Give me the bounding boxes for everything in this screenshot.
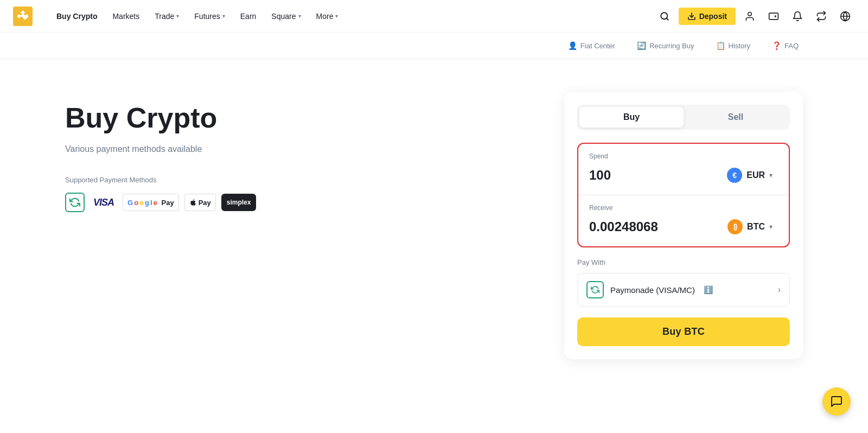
navbar: Buy Crypto Markets Trade ▾ Futures ▾ Ear… bbox=[0, 0, 868, 33]
receive-row: Receive 0.00248068 ₿ BTC ▾ bbox=[578, 195, 789, 246]
trade-chevron: ▾ bbox=[176, 13, 179, 19]
nav-markets[interactable]: Markets bbox=[106, 8, 146, 25]
spend-label: Spend bbox=[589, 152, 778, 160]
buy-widget: Buy Sell Spend € EUR ▾ Receive bbox=[564, 92, 803, 359]
payment-methods-label: Supported Payment Methods bbox=[65, 176, 521, 184]
eur-label: EUR bbox=[746, 170, 765, 180]
deposit-button[interactable]: Deposit bbox=[679, 8, 736, 25]
nav-buy-crypto[interactable]: Buy Crypto bbox=[50, 8, 104, 25]
payment-icons: VISA Google Pay Pay simplex bbox=[65, 193, 521, 212]
tab-buy[interactable]: Buy bbox=[579, 107, 684, 128]
page-title: Buy Crypto bbox=[65, 103, 521, 133]
nav-square[interactable]: Square ▾ bbox=[265, 8, 307, 25]
eur-icon: € bbox=[727, 168, 742, 183]
profile-button[interactable] bbox=[740, 7, 760, 26]
sub-nav: 👤 Fiat Center 🔄 Recurring Buy 📋 History … bbox=[0, 33, 868, 59]
more-chevron: ▾ bbox=[335, 13, 338, 19]
spend-input-row: € EUR ▾ bbox=[589, 164, 778, 186]
visa-payment-icon: VISA bbox=[90, 194, 117, 211]
sub-nav-history[interactable]: 📋 History bbox=[712, 39, 755, 52]
receive-amount: 0.00248068 bbox=[589, 219, 658, 234]
svg-point-4 bbox=[748, 12, 752, 16]
tab-sell[interactable]: Sell bbox=[684, 107, 788, 128]
spend-row: Spend € EUR ▾ bbox=[578, 144, 789, 195]
receive-input-row: 0.00248068 ₿ BTC ▾ bbox=[589, 216, 778, 238]
nav-futures[interactable]: Futures ▾ bbox=[188, 8, 231, 25]
faq-icon: ❓ bbox=[772, 41, 781, 50]
left-side: Buy Crypto Various payment methods avail… bbox=[65, 92, 521, 212]
nav-earn[interactable]: Earn bbox=[234, 8, 263, 25]
nav-more[interactable]: More ▾ bbox=[310, 8, 345, 25]
nav-trade[interactable]: Trade ▾ bbox=[148, 8, 186, 25]
transfer-button[interactable] bbox=[812, 7, 831, 26]
notifications-button[interactable] bbox=[788, 7, 807, 26]
main-content: Buy Crypto Various payment methods avail… bbox=[0, 59, 868, 433]
pay-with-icon bbox=[586, 281, 604, 298]
btc-label: BTC bbox=[747, 222, 765, 232]
svg-line-2 bbox=[666, 18, 668, 20]
recurring-buy-icon: 🔄 bbox=[637, 41, 646, 50]
page-subtitle: Various payment methods available bbox=[65, 144, 521, 154]
language-button[interactable] bbox=[835, 7, 855, 26]
history-icon: 📋 bbox=[716, 41, 725, 50]
logo[interactable] bbox=[13, 7, 33, 26]
simplex-payment-icon: simplex bbox=[221, 194, 257, 211]
btc-caret: ▾ bbox=[769, 223, 773, 231]
btc-selector[interactable]: ₿ BTC ▾ bbox=[722, 216, 778, 238]
widget-tabs: Buy Sell bbox=[577, 105, 790, 130]
fiat-center-icon: 👤 bbox=[568, 41, 577, 50]
spend-amount-input[interactable] bbox=[589, 168, 698, 183]
pay-with-row[interactable]: Paymonade (VISA/MC) ℹ️ › bbox=[577, 273, 790, 307]
currency-box: Spend € EUR ▾ Receive 0.00248068 ₿ bbox=[577, 143, 790, 247]
buy-button[interactable]: Buy BTC bbox=[577, 317, 790, 346]
chat-fab[interactable] bbox=[822, 387, 851, 416]
eur-selector[interactable]: € EUR ▾ bbox=[722, 164, 778, 186]
svg-rect-5 bbox=[769, 13, 778, 20]
wallet-button[interactable] bbox=[764, 7, 783, 26]
gpay-payment-icon: Google Pay bbox=[123, 194, 179, 211]
applepay-payment-icon: Pay bbox=[184, 194, 216, 211]
pay-with-arrow-icon: › bbox=[778, 285, 781, 295]
pay-with-info-icon: ℹ️ bbox=[704, 285, 713, 294]
sub-nav-faq[interactable]: ❓ FAQ bbox=[768, 39, 803, 52]
btc-icon: ₿ bbox=[727, 219, 743, 234]
eur-caret: ▾ bbox=[769, 171, 773, 179]
pay-with-name: Paymonade (VISA/MC) bbox=[610, 285, 695, 295]
nav-right: Deposit bbox=[655, 7, 855, 26]
receive-label: Receive bbox=[589, 204, 778, 212]
search-button[interactable] bbox=[655, 7, 674, 26]
square-chevron: ▾ bbox=[298, 13, 301, 19]
futures-chevron: ▾ bbox=[222, 13, 225, 19]
sub-nav-fiat-center[interactable]: 👤 Fiat Center bbox=[564, 39, 620, 52]
pay-with-left: Paymonade (VISA/MC) ℹ️ bbox=[586, 281, 713, 298]
pay-with-label: Pay With bbox=[577, 258, 790, 266]
nav-links: Buy Crypto Markets Trade ▾ Futures ▾ Ear… bbox=[50, 8, 655, 25]
paymonade-payment-icon bbox=[65, 193, 85, 212]
sub-nav-recurring-buy[interactable]: 🔄 Recurring Buy bbox=[633, 39, 698, 52]
